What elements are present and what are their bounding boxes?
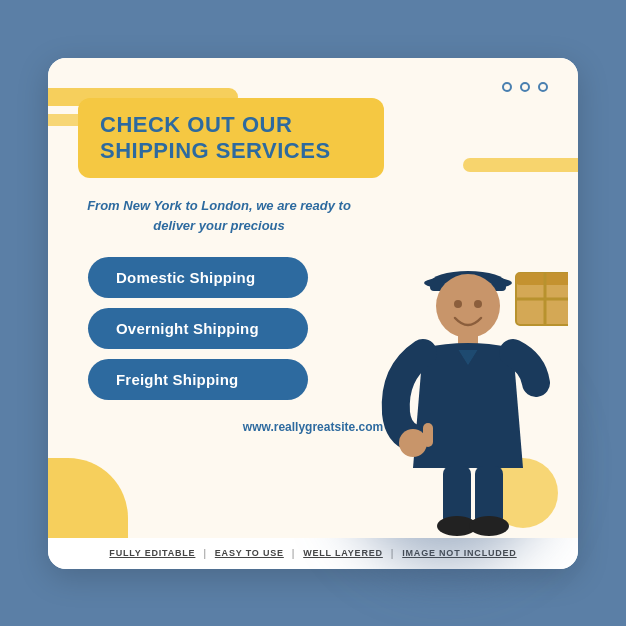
bottom-bar: FULLY EDITABLE | EASY TO USE | WELL LAYE… (48, 538, 578, 569)
bottom-item-1: FULLY EDITABLE (109, 548, 195, 558)
dot-1 (502, 82, 512, 92)
bottom-item-4: IMAGE NOT INCLUDED (402, 548, 516, 558)
svg-rect-8 (423, 423, 433, 447)
service-overnight[interactable]: Overnight Shipping (88, 308, 308, 349)
sep-1: | (203, 548, 206, 559)
bottom-item-3: WELL LAYERED (303, 548, 383, 558)
header-banner: CHECK OUT OUR SHIPPING SERVICES (78, 98, 384, 179)
sep-2: | (292, 548, 295, 559)
person-svg (368, 218, 568, 538)
bottom-item-2: EASY TO USE (215, 548, 284, 558)
deco-shape-4 (48, 458, 128, 538)
dot-2 (520, 82, 530, 92)
subtitle-text: From New York to London, we are ready to… (78, 196, 360, 235)
content-area: CHECK OUT OUR SHIPPING SERVICES From New… (48, 58, 578, 538)
svg-rect-10 (516, 273, 568, 285)
deco-shape-3 (463, 158, 578, 172)
service-domestic[interactable]: Domestic Shipping (88, 257, 308, 298)
svg-point-16 (469, 516, 509, 536)
indicator-dots (502, 82, 548, 92)
main-card: CHECK OUT OUR SHIPPING SERVICES From New… (48, 58, 578, 569)
svg-point-3 (436, 274, 500, 338)
dot-3 (538, 82, 548, 92)
service-freight[interactable]: Freight Shipping (88, 359, 308, 400)
svg-point-7 (399, 429, 427, 457)
delivery-person (358, 198, 578, 538)
sep-3: | (391, 548, 394, 559)
svg-point-5 (474, 300, 482, 308)
svg-point-4 (454, 300, 462, 308)
header-title: CHECK OUT OUR SHIPPING SERVICES (100, 112, 362, 165)
